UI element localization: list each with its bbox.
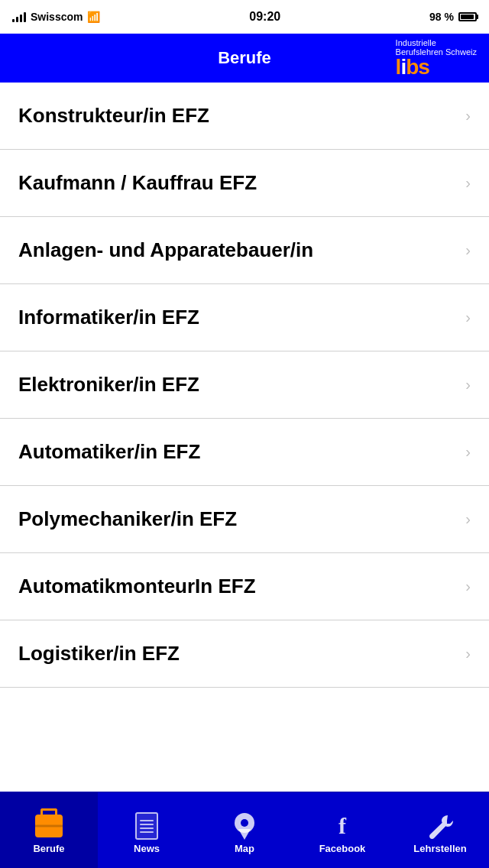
- tab-facebook[interactable]: f Facebook: [293, 792, 391, 868]
- page-title: Berufe: [218, 48, 271, 68]
- chevron-right-icon: ›: [465, 309, 471, 326]
- tab-bar: Berufe News Map f Facebook: [0, 792, 489, 868]
- status-bar: Swisscom 📶 09:20 98 %: [0, 0, 489, 34]
- nav-header: Berufe IndustrielleBerufslehren Schweiz …: [0, 34, 489, 83]
- chevron-right-icon: ›: [465, 443, 471, 461]
- content-area: Konstrukteur/in EFZ›Kaufmann / Kauffrau …: [0, 83, 489, 792]
- battery-label: 98 %: [429, 11, 454, 23]
- list-item-text: Konstrukteur/in EFZ: [18, 104, 209, 128]
- carrier-label: Swisscom: [31, 11, 83, 23]
- list-item[interactable]: AutomatikmonteurIn EFZ›: [0, 553, 489, 620]
- chevron-right-icon: ›: [465, 578, 471, 595]
- list-item-text: Polymechaniker/in EFZ: [18, 507, 237, 531]
- svg-point-1: [241, 819, 248, 827]
- berufe-list: Konstrukteur/in EFZ›Kaufmann / Kauffrau …: [0, 83, 489, 688]
- status-left: Swisscom 📶: [12, 11, 100, 23]
- list-item-text: Informatiker/in EFZ: [18, 306, 199, 329]
- status-right: 98 %: [429, 11, 477, 23]
- tab-lehrstellen[interactable]: Lehrstellen: [391, 792, 489, 868]
- list-item[interactable]: Konstrukteur/in EFZ›: [0, 83, 489, 150]
- list-item-text: Kaufmann / Kauffrau EFZ: [18, 171, 257, 195]
- list-item[interactable]: Automatiker/in EFZ›: [0, 419, 489, 486]
- tab-news-label: News: [134, 843, 160, 854]
- battery-icon: [458, 12, 477, 21]
- logo-libs: libs: [396, 57, 429, 78]
- news-icon: [133, 812, 160, 840]
- list-item-text: Elektroniker/in EFZ: [18, 373, 199, 397]
- signal-icon: [12, 11, 26, 22]
- tab-lehrstellen-label: Lehrstellen: [413, 843, 466, 854]
- list-item[interactable]: Informatiker/in EFZ›: [0, 284, 489, 351]
- tab-berufe-label: Berufe: [33, 843, 64, 854]
- chevron-right-icon: ›: [465, 241, 471, 259]
- tab-map[interactable]: Map: [196, 792, 293, 868]
- list-item[interactable]: Elektroniker/in EFZ›: [0, 351, 489, 419]
- list-item-text: Logistiker/in EFZ: [18, 642, 180, 666]
- list-item[interactable]: Logistiker/in EFZ›: [0, 620, 489, 688]
- chevron-right-icon: ›: [465, 107, 471, 125]
- logo-container: IndustrielleBerufslehren Schweiz libs: [396, 38, 477, 78]
- chevron-right-icon: ›: [465, 174, 471, 192]
- list-item-text: AutomatikmonteurIn EFZ: [18, 575, 256, 598]
- chevron-right-icon: ›: [465, 645, 471, 662]
- chevron-right-icon: ›: [465, 376, 471, 394]
- tab-berufe[interactable]: Berufe: [0, 792, 98, 868]
- map-pin-svg: [234, 812, 255, 840]
- briefcase-icon: [35, 812, 63, 840]
- list-item[interactable]: Anlagen- und Apparatebauer/in›: [0, 217, 489, 284]
- list-item-text: Anlagen- und Apparatebauer/in: [18, 238, 313, 262]
- tab-facebook-label: Facebook: [319, 843, 366, 854]
- wifi-icon: 📶: [87, 11, 100, 23]
- list-item-text: Automatiker/in EFZ: [18, 440, 200, 464]
- map-pin-icon: [231, 812, 258, 840]
- wrench-svg: [426, 812, 454, 840]
- logo-subtitle: IndustrielleBerufslehren Schweiz: [396, 38, 477, 57]
- svg-marker-2: [238, 829, 251, 840]
- list-item[interactable]: Kaufmann / Kauffrau EFZ›: [0, 150, 489, 217]
- list-item[interactable]: Polymechaniker/in EFZ›: [0, 486, 489, 553]
- chevron-right-icon: ›: [465, 510, 471, 528]
- tab-news[interactable]: News: [98, 792, 196, 868]
- facebook-icon: f: [329, 812, 356, 840]
- status-time: 09:20: [249, 10, 280, 24]
- tab-map-label: Map: [235, 843, 254, 854]
- wrench-icon: [426, 812, 454, 840]
